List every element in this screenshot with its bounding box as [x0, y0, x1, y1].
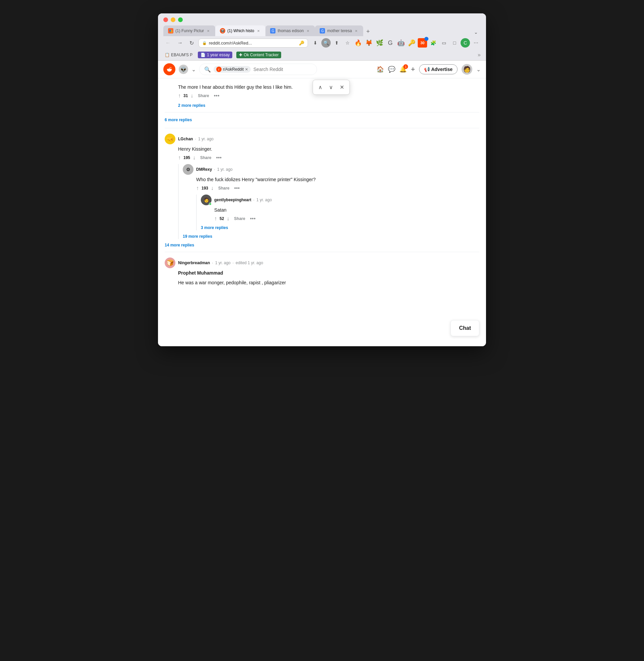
share-btn-gentle[interactable]: Share — [232, 215, 247, 222]
tab-mother-teresa[interactable]: G mother teresa ✕ — [315, 25, 363, 36]
comment-body-lgchan: Henry Kissinger. — [178, 146, 479, 153]
more-replies-2[interactable]: 2 more replies — [178, 102, 205, 109]
comment-actions-dmrexy: ↑ 193 ↓ Share ••• — [196, 184, 479, 192]
share-icon[interactable]: ⬆ — [332, 38, 341, 47]
more-options-icon[interactable]: ⋯ — [471, 38, 481, 47]
comment-line2-ninger: He was a war monger, pedophile, rapist ,… — [178, 279, 479, 286]
username-dmrexy[interactable]: DMRexy — [196, 167, 212, 172]
subreddit-remove[interactable]: ✕ — [245, 67, 248, 72]
share-btn-lgchan[interactable]: Share — [198, 154, 213, 161]
nav-chat-icon[interactable]: 💬 — [388, 66, 395, 73]
download-icon[interactable]: ⬇ — [310, 38, 320, 47]
tab-close-3[interactable]: ✕ — [306, 28, 310, 33]
traffic-light-yellow[interactable] — [171, 17, 176, 22]
search-close-button[interactable]: ✕ — [337, 83, 347, 92]
more-replies-19[interactable]: 19 more replies — [183, 233, 212, 240]
downvote-dmrexy[interactable]: ↓ — [211, 185, 213, 191]
more-dots-hitler[interactable]: ••• — [214, 93, 220, 99]
share-btn-dmrexy[interactable]: Share — [216, 184, 231, 192]
tab-close-2[interactable]: ✕ — [256, 28, 261, 33]
meta-ninger: Ningerbreadman · 1 yr. ago · edited 1 yr… — [178, 261, 263, 265]
search-popup: ∧ ∨ ✕ — [313, 80, 350, 95]
tabs-dropdown[interactable]: ⌄ — [471, 29, 481, 36]
toolbar-icons: ⬇ 🔍 ⬆ ☆ 🔥 🦊 🌿 G 🤖 🔑 30 🧩 ▭ □ C ⋯ — [310, 38, 481, 47]
avatar-dmrexy: ⚙ — [183, 164, 193, 175]
nav-dropdown-arrow[interactable]: ⌄ — [191, 66, 196, 73]
search-input[interactable] — [253, 67, 312, 72]
advertise-button[interactable]: 📢 Advertise — [419, 64, 458, 74]
search-next-button[interactable]: ∨ — [326, 83, 336, 92]
traffic-light-red[interactable] — [163, 17, 168, 22]
nav-notification-wrapper[interactable]: 🔔 1 — [399, 66, 407, 73]
tab-which-histo[interactable]: 👽 (1) Which histo ✕ — [215, 25, 266, 36]
username-gentle[interactable]: gentlybeepingheart — [214, 198, 251, 202]
timestamp-dmrexy: 1 yr. ago — [217, 167, 233, 172]
reddit-alien-icon: 👽 — [179, 65, 188, 74]
more-dots-lgchan[interactable]: ••• — [216, 155, 222, 161]
nav-home-icon[interactable]: 🏠 — [376, 66, 384, 73]
new-tab-button[interactable]: + — [363, 27, 372, 36]
adblock-icon[interactable]: 30 — [418, 38, 427, 47]
user-avatar[interactable]: 🧑 — [462, 64, 472, 75]
user-dropdown[interactable]: ⌄ — [476, 66, 481, 73]
nav-right: 🏠 💬 🔔 1 + 📢 Advertise 🧑 ⌄ — [376, 64, 481, 75]
search-prev-button[interactable]: ∧ — [316, 83, 325, 92]
puzzle-search-icon[interactable]: 🔍 — [321, 38, 331, 47]
tab-label-2: (1) Which histo — [227, 28, 254, 33]
downvote-lgchan[interactable]: ↓ — [193, 155, 196, 161]
main-content: The more I hear about this Hitler guy th… — [158, 79, 486, 346]
tab-close-1[interactable]: ✕ — [206, 28, 210, 33]
sidebar-icon[interactable]: ▭ — [439, 38, 448, 47]
downvote-hitler[interactable]: ↓ — [190, 93, 193, 99]
more-replies-3[interactable]: 3 more replies — [201, 224, 228, 232]
comment-body-dmrexy: Who the fuck idolizes Henry "warcrime pr… — [196, 176, 479, 183]
more-dots-gentle[interactable]: ••• — [250, 216, 256, 222]
reddit-nav: 👽 ⌄ 🔍 r r/AskReddit ✕ 🏠 💬 🔔 1 — [158, 61, 486, 79]
upvote-gentle[interactable]: ↑ — [214, 216, 217, 222]
bookmark-icon[interactable]: ☆ — [343, 38, 352, 47]
comments-area: The more I hear about this Hitler guy th… — [158, 79, 486, 294]
search-bar[interactable]: 🔍 r r/AskReddit ✕ — [199, 64, 317, 75]
view-icon[interactable]: □ — [450, 38, 459, 47]
downvote-gentle[interactable]: ↓ — [227, 216, 229, 222]
more-replies-14[interactable]: 14 more replies — [165, 241, 194, 249]
nav-add-icon[interactable]: + — [411, 65, 415, 74]
tab-close-4[interactable]: ✕ — [354, 28, 359, 33]
upvote-dmrexy[interactable]: ↑ — [196, 185, 199, 191]
traffic-light-green[interactable] — [178, 17, 183, 22]
refresh-button[interactable]: ↻ — [187, 39, 196, 47]
more-dots-dmrexy[interactable]: ••• — [234, 185, 240, 191]
more-replies-6[interactable]: 6 more replies — [165, 116, 192, 124]
forward-button[interactable]: → — [176, 39, 185, 47]
puzzle-icon[interactable]: 🧩 — [429, 38, 438, 47]
username-ninger[interactable]: Ningerbreadman — [178, 261, 210, 265]
upvote-hitler[interactable]: ↑ — [178, 93, 181, 99]
tab-thomas-edison[interactable]: G thomas edison ✕ — [266, 25, 315, 36]
comment-body-ninger: Prophet Muhammad He was a war monger, pe… — [178, 269, 479, 286]
reddit-logo[interactable] — [163, 63, 176, 75]
tab-funny-pictures[interactable]: 🎭 (1) Funny Pictur ✕ — [163, 25, 215, 36]
divider-3 — [165, 252, 479, 252]
upvote-lgchan[interactable]: ↑ — [178, 155, 181, 161]
chat-button[interactable]: Chat — [451, 320, 479, 336]
comment-header-dmrexy: ⚙ DMRexy · 1 yr. ago — [183, 164, 479, 175]
back-button[interactable]: ← — [163, 39, 173, 47]
bookmark-essay[interactable]: 📄 1 year essay — [198, 51, 232, 58]
g-icon: G — [386, 38, 395, 47]
more-replies-3-wrapper: 3 more replies — [201, 224, 479, 230]
url-bar[interactable]: 🔒 reddit.com/r/AskRed... 🔑 — [199, 39, 308, 47]
reply-indent-gentlybeeping: 🧑 gentlybeepingheart · 1 yr. ago — [196, 195, 479, 230]
dot2-ninger: · — [233, 261, 234, 265]
comment-text-gentle: Satan — [214, 207, 227, 213]
bookmarks-more[interactable]: » — [478, 52, 481, 58]
avatar-lgchan: 🤜 — [165, 134, 176, 144]
key-icon: 🔑 — [299, 41, 304, 46]
share-btn-hitler[interactable]: Share — [196, 92, 211, 100]
comment-body-gentle: Satan — [214, 206, 479, 214]
bookmark-tracker[interactable]: ✚ Ok Content Tracker — [236, 51, 281, 58]
divider-2 — [165, 128, 479, 128]
username-lgchan[interactable]: LGchan — [178, 137, 193, 141]
bookmark-ebaums[interactable]: 📋 EBAUM'S P — [163, 52, 194, 58]
url-text: reddit.com/r/AskRed... — [209, 41, 297, 46]
user-circle-icon[interactable]: C — [461, 38, 470, 47]
